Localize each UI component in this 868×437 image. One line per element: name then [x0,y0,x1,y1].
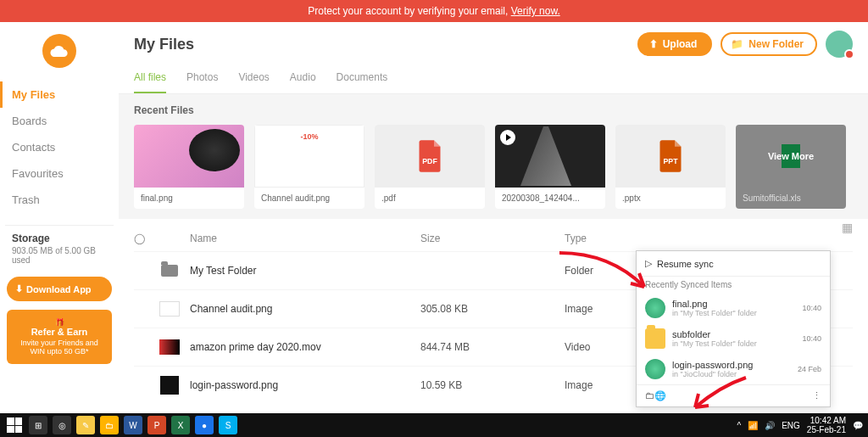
new-folder-button[interactable]: 📁 New Folder [721,32,817,56]
download-icon: ⬇ [15,283,23,294]
tab-videos[interactable]: Videos [238,66,269,93]
nav-boards[interactable]: Boards [5,108,114,134]
select-all-checkbox[interactable]: ◯ [134,233,159,244]
upload-button[interactable]: ⬆ Upload [637,32,713,56]
banner-text: Protect your account by verifying your e… [308,5,510,17]
view-more-label: View More [768,151,814,161]
image-thumbnail [134,125,244,188]
col-name[interactable]: Name [190,233,420,244]
windows-taskbar: ⊞ ◎ ✎ 🗀 W P X ● S ^ 📶 🔊 ENG 10:42 AM 25-… [0,413,868,437]
recent-card[interactable]: -10% Channel audit.png [254,125,364,209]
recent-title: Recent Files [134,104,853,116]
cloud-icon [50,45,69,57]
recent-label: final.png [134,188,244,209]
recent-label: Sumitofficial.xls [736,188,846,209]
tab-all-files[interactable]: All files [134,66,166,93]
refer-earn-card[interactable]: 🎁 Refer & Earn Invite your Friends and W… [7,310,112,364]
col-type[interactable]: Type [565,233,709,244]
storage-detail: 903.05 MB of 5.00 GB used [12,246,107,265]
sync-item-path: in "My Test Folder" folder [672,309,795,317]
tab-photos[interactable]: Photos [186,66,218,93]
chrome-icon[interactable]: ● [195,416,214,434]
sync-item-name: final.png [672,299,795,309]
upload-icon: ⬆ [649,38,658,50]
nav-favourites[interactable]: Favourites [5,160,114,187]
download-label: Download App [26,284,92,294]
video-icon [159,337,180,357]
play-icon [500,130,515,145]
cortana-icon[interactable]: ◎ [53,416,71,434]
system-tray: ^ 📶 🔊 ENG 10:42 AM 25-Feb-21 💬 [737,416,863,434]
sync-item[interactable]: subfolder in "My Test Folder" folder 10:… [637,323,830,354]
recent-label: .pptx [615,188,726,209]
recent-card[interactable]: final.png [134,125,244,209]
col-size[interactable]: Size [420,233,565,244]
time: 10:42 AM [807,416,846,425]
storage-info: Storage 903.05 MB of 5.00 GB used [5,225,114,272]
file-explorer-icon[interactable]: 🗀 [100,416,119,434]
file-size: 10.59 KB [420,379,565,391]
sheet-icon: View More [736,125,846,188]
image-thumbnail: -10% [254,125,364,188]
clock[interactable]: 10:42 AM 25-Feb-21 [807,416,846,434]
recent-card[interactable]: PPT .pptx [615,125,726,209]
file-name: Channel audit.png [190,303,420,315]
download-app-button[interactable]: ⬇ Download App [7,277,112,301]
app-logo[interactable] [42,34,76,68]
wifi-icon[interactable]: 📶 [748,421,758,430]
recent-card[interactable]: 20200308_142404... [495,125,605,209]
list-header: ◯ Name Size Type [134,226,853,251]
nav-trash[interactable]: Trash [5,187,114,213]
annotation-arrow [678,373,754,416]
recent-label: Channel audit.png [254,188,364,209]
new-folder-label: New Folder [748,38,804,50]
verify-link[interactable]: Verify now. [511,5,560,17]
file-name: My Test Folder [190,265,420,277]
svg-text:PPT: PPT [663,157,678,165]
recent-card[interactable]: PDF .pdf [375,125,485,209]
file-name: amazon prime day 2020.mov [190,341,420,353]
file-name: login-password.png [190,379,420,391]
nav-my-files[interactable]: My Files [0,81,114,108]
sync-item[interactable]: final.png in "My Test Folder" folder 10:… [637,293,830,323]
sync-item-time: 10:40 [802,334,821,343]
more-options-icon[interactable]: ⋮ [812,390,821,401]
tab-audio[interactable]: Audio [290,66,316,93]
sync-item-name: subfolder [672,329,795,339]
nav-contacts[interactable]: Contacts [5,134,114,160]
svg-text:PDF: PDF [422,157,437,165]
sync-item-time: 24 Feb [798,365,821,373]
word-icon[interactable]: W [124,416,142,434]
view-more-card[interactable]: View More Sumitofficial.xls [736,125,846,209]
video-thumbnail [495,125,605,188]
refer-title: Refer & Earn [14,327,105,337]
gift-icon: 🎁 [14,318,105,327]
start-button[interactable] [5,416,24,434]
date: 25-Feb-21 [807,425,846,434]
web-icon[interactable]: 🌐 [654,390,666,401]
sidebar: My Files Boards Contacts Favourites Tras… [0,22,119,414]
resume-sync-button[interactable]: ▷ Resume sync [637,251,830,276]
skype-icon[interactable]: S [219,416,237,434]
language-indicator[interactable]: ENG [782,421,800,430]
app-icon[interactable]: ✎ [76,416,95,434]
excel-icon[interactable]: X [171,416,190,434]
grid-view-icon[interactable]: ▦ [842,221,853,234]
file-type-tabs: All files Photos Videos Audio Documents [119,61,868,94]
open-folder-icon[interactable]: 🗀 [645,390,654,401]
upload-label: Upload [663,38,698,50]
volume-icon[interactable]: 🔊 [765,421,775,430]
tray-chevron-icon[interactable]: ^ [737,421,741,430]
powerpoint-icon[interactable]: P [147,416,166,434]
ppt-icon: PPT [615,125,726,188]
user-avatar[interactable] [826,31,853,58]
resume-label: Resume sync [657,259,714,269]
pdf-icon: PDF [375,125,485,188]
tab-documents[interactable]: Documents [337,66,388,93]
file-sync-icon [645,359,665,379]
notifications-icon[interactable]: 💬 [853,421,863,430]
notification-badge [844,49,854,59]
storage-title: Storage [12,233,107,244]
task-view-icon[interactable]: ⊞ [29,416,47,434]
recent-label: .pdf [375,188,485,209]
